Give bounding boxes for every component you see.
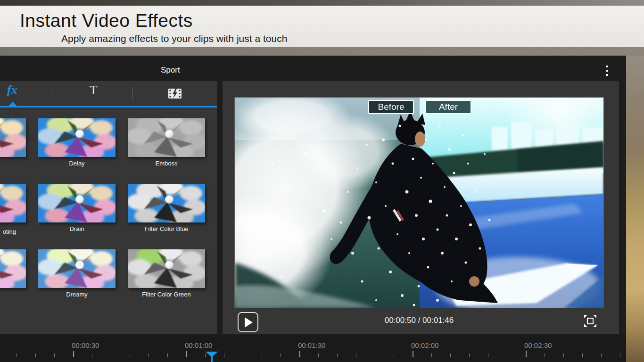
text-titles-icon: T (90, 83, 98, 98)
tab-bar: fx T (0, 81, 217, 107)
timeline[interactable]: 00:00:30 00:01:00 00:01:30 00:02:00 00:0… (0, 335, 626, 362)
effect-thumbnail (128, 249, 205, 288)
effect-item-partial-3[interactable]: n (0, 249, 26, 288)
fullscreen-button[interactable] (583, 314, 598, 329)
preview-panel: Before After 00:00:50 / 00:01:46 (223, 81, 619, 334)
effect-item-partial-2[interactable]: oting (0, 184, 26, 222)
effect-item-emboss[interactable]: Emboss (128, 118, 205, 167)
effect-label: Emboss (128, 160, 205, 167)
timeline-timestamp: 00:02:00 (411, 341, 438, 349)
effect-thumbnail (38, 184, 116, 222)
tab-divider (52, 88, 52, 100)
effect-thumbnail (38, 249, 116, 288)
effect-label: Filter Color Green (128, 291, 205, 298)
playhead-stem (211, 356, 213, 362)
after-badge: After (425, 100, 471, 114)
titlebar: Sport (0, 56, 626, 81)
effect-item-filter-color-blue[interactable]: Filter Color Blue (128, 184, 205, 232)
timeline-timestamp: 00:00:30 (72, 341, 99, 349)
video-preview[interactable]: Before After (235, 98, 603, 308)
playhead[interactable] (206, 352, 218, 362)
page-subtitle: Apply amazing effects to your clips with… (61, 33, 287, 44)
video-transitions-icon (168, 89, 182, 99)
effect-item-drain[interactable]: Drain (38, 184, 116, 232)
effect-item-delay[interactable]: Delay (38, 118, 116, 167)
effect-item-dreamy[interactable]: Dreamy (38, 249, 116, 298)
effect-thumbnail (128, 184, 205, 222)
effect-label: Filter Color Blue (128, 225, 205, 232)
app-window: Sport fx T (0, 56, 626, 362)
effect-thumbnail (0, 118, 26, 157)
tab-divider (132, 88, 133, 100)
before-badge: Before (368, 100, 414, 114)
effect-thumbnail (0, 184, 26, 222)
app-header: Instant Video Effects Apply amazing effe… (0, 6, 644, 47)
fullscreen-icon (583, 314, 597, 328)
active-tab-pointer (8, 102, 17, 106)
video-still-surfer (235, 98, 603, 308)
tab-effects[interactable]: fx (0, 81, 51, 106)
vertical-ellipsis-icon (606, 66, 608, 67)
effect-item-partial-1[interactable]: s (0, 118, 26, 157)
effects-panel: fx T (0, 81, 217, 334)
fx-effects-icon: fx (7, 83, 17, 97)
page-title: Instant Video Effects (20, 10, 193, 31)
timeline-timestamp: 00:02:30 (524, 341, 552, 349)
tab-transitions[interactable] (134, 81, 217, 106)
project-title: Sport (161, 66, 180, 75)
effect-label: Delay (38, 160, 116, 167)
screen: Instant Video Effects Apply amazing effe… (0, 0, 644, 362)
effect-thumbnail (128, 118, 205, 157)
timeline-timestamp: 00:01:00 (185, 341, 212, 349)
effect-thumbnail (0, 249, 26, 288)
timeline-ruler (0, 351, 626, 357)
timeline-timestamp: 00:01:30 (298, 341, 325, 349)
effect-label: Drain (38, 225, 116, 232)
tab-titles[interactable]: T (53, 81, 131, 106)
desktop-top-strip (0, 0, 644, 6)
effect-thumbnail (38, 118, 116, 157)
desktop-mid-strip (0, 47, 644, 56)
time-display: 00:00:50 / 00:01:46 (235, 316, 603, 325)
effect-label: oting (0, 228, 16, 235)
effect-item-filter-color-green[interactable]: Filter Color Green (128, 249, 205, 298)
more-options-button[interactable] (603, 63, 611, 78)
effect-label: Dreamy (38, 291, 116, 298)
active-tab-underline (0, 106, 217, 107)
